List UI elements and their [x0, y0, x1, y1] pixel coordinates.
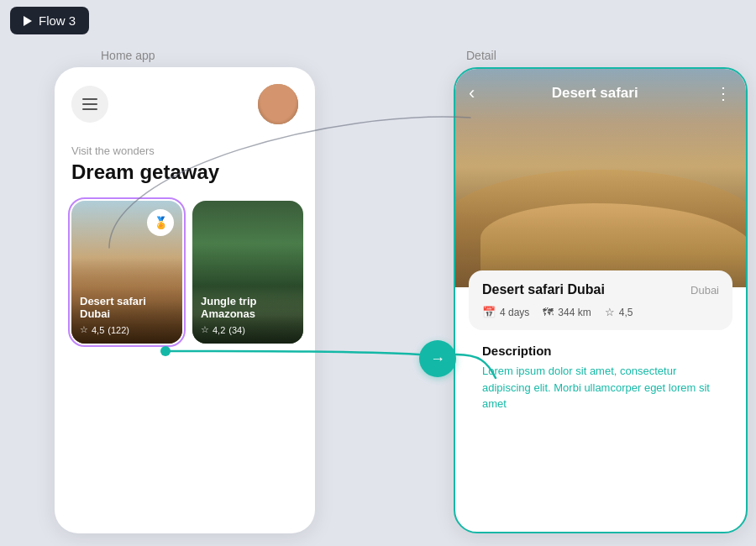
jungle-rating-count: (34)	[228, 325, 245, 335]
meta-days: 📅 4 days	[482, 306, 529, 318]
desert-rating-value: 4,5	[92, 325, 104, 335]
calendar-icon: 📅	[482, 306, 496, 318]
desert-card-rating: ☆ 4,5 (122)	[80, 324, 174, 335]
desert-card-title: Desert safari Dubai	[80, 295, 174, 321]
detail-hero-image: ‹ Desert safari ⋮	[455, 69, 746, 287]
card-badge: 🏅	[147, 209, 174, 236]
info-card-title: Desert safari Dubai	[482, 282, 605, 297]
star-icon: ☆	[80, 324, 88, 335]
star-icon-detail: ☆	[605, 306, 615, 318]
jungle-card-rating: ☆ 4,2 (34)	[201, 324, 295, 335]
description-text: Lorem ipsum dolor sit amet, consectetur …	[482, 363, 719, 412]
info-card-location: Dubai	[690, 284, 719, 297]
star-icon-jungle: ☆	[201, 324, 209, 335]
description-section: Description Lorem ipsum dolor sit amet, …	[469, 344, 732, 412]
info-card-meta: 📅 4 days 🗺 344 km ☆ 4,5	[482, 306, 719, 318]
menu-button[interactable]	[71, 86, 108, 123]
menu-icon-line2	[82, 103, 97, 105]
detail-nav-title: Desert safari	[552, 85, 638, 102]
info-card-header: Desert safari Dubai Dubai	[482, 282, 719, 297]
meta-days-value: 4 days	[500, 307, 529, 318]
jungle-rating-value: 4,2	[213, 325, 225, 335]
map-icon: 🗺	[543, 306, 554, 318]
detail-phone-frame: ‹ Desert safari ⋮ Desert safari Dubai Du…	[454, 67, 748, 533]
desert-card-footer: Desert safari Dubai ☆ 4,5 (122)	[71, 286, 182, 344]
meta-rating: ☆ 4,5	[605, 306, 633, 318]
hero-title: Dream getaway	[71, 160, 298, 184]
info-card: Desert safari Dubai Dubai 📅 4 days 🗺 344…	[469, 270, 732, 330]
home-phone-frame: Visit the wonders Dream getaway 🏅 Desert…	[55, 67, 315, 533]
back-button[interactable]: ‹	[469, 82, 475, 104]
jungle-card[interactable]: Jungle trip Amazonas ☆ 4,2 (34)	[192, 201, 303, 344]
desert-card[interactable]: 🏅 Desert safari Dubai ☆ 4,5 (122)	[71, 201, 182, 344]
phone-header	[71, 84, 298, 124]
menu-icon-line3	[82, 108, 97, 110]
detail-nav: ‹ Desert safari ⋮	[455, 69, 746, 118]
desert-rating-count: (122)	[108, 325, 129, 335]
description-title: Description	[482, 344, 719, 358]
cards-row: 🏅 Desert safari Dubai ☆ 4,5 (122) Jungle…	[71, 201, 298, 344]
detail-content: Desert safari Dubai Dubai 📅 4 days 🗺 344…	[455, 270, 746, 426]
detail-label: Detail	[466, 49, 496, 62]
flow-button[interactable]: Flow 3	[10, 7, 89, 34]
avatar-image	[258, 84, 298, 124]
meta-distance-value: 344 km	[558, 307, 591, 318]
jungle-card-title: Jungle trip Amazonas	[201, 295, 295, 321]
more-options-button[interactable]: ⋮	[715, 83, 732, 103]
meta-rating-value: 4,5	[619, 307, 633, 318]
flow-label: Flow 3	[39, 13, 76, 28]
hero-subtitle: Visit the wonders	[71, 144, 298, 157]
meta-distance: 🗺 344 km	[543, 306, 591, 318]
menu-icon-line1	[82, 98, 97, 100]
flow-arrow[interactable]: →	[419, 340, 456, 377]
jungle-card-footer: Jungle trip Amazonas ☆ 4,2 (34)	[192, 286, 303, 344]
arrow-icon: →	[430, 350, 445, 368]
avatar[interactable]	[258, 84, 298, 124]
play-icon	[24, 16, 32, 26]
home-app-label: Home app	[101, 49, 155, 62]
